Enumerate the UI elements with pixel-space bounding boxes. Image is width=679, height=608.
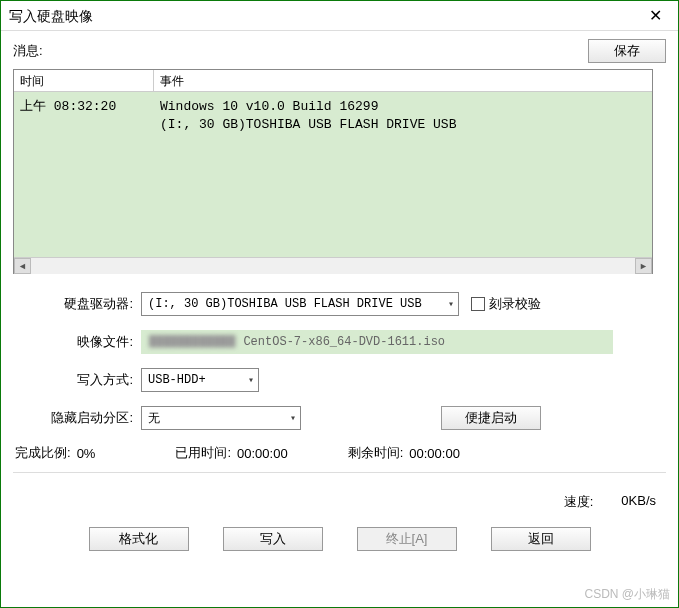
image-path-field[interactable]: ████████████ CentOS-7-x86_64-DVD-1611.is… xyxy=(141,330,613,354)
divider xyxy=(13,472,666,473)
remaining-label: 剩余时间: xyxy=(348,444,404,462)
complete-label: 完成比例: xyxy=(15,444,71,462)
write-button[interactable]: 写入 xyxy=(223,527,323,551)
dialog-content: 消息: 保存 时间 事件 上午 08:32:20 Windows 10 v10.… xyxy=(1,31,678,551)
button-bar: 格式化 写入 终止[A] 返回 xyxy=(13,527,666,551)
message-row: 消息: 保存 xyxy=(13,39,666,63)
drive-select[interactable]: (I:, 30 GB)TOSHIBA USB FLASH DRIVE USB ▾ xyxy=(141,292,459,316)
horizontal-scrollbar[interactable]: ◄ ► xyxy=(14,257,652,274)
format-button[interactable]: 格式化 xyxy=(89,527,189,551)
verify-checkbox[interactable]: 刻录校验 xyxy=(471,295,541,313)
log-event-column: Windows 10 v10.0 Build 16299 (I:, 30 GB)… xyxy=(154,96,652,257)
log-cell: Windows 10 v10.0 Build 16299 xyxy=(160,98,646,116)
write-mode-row: 写入方式: USB-HDD+ ▾ xyxy=(21,368,658,392)
log-header: 时间 事件 xyxy=(14,70,652,92)
speed-label: 速度: xyxy=(564,493,594,511)
message-label: 消息: xyxy=(13,42,43,60)
hidden-partition-label: 隐藏启动分区: xyxy=(21,409,141,427)
log-table: 时间 事件 上午 08:32:20 Windows 10 v10.0 Build… xyxy=(13,69,653,274)
chevron-down-icon: ▾ xyxy=(448,298,454,310)
close-icon[interactable]: ✕ xyxy=(640,1,670,31)
chevron-down-icon: ▾ xyxy=(248,374,254,386)
quick-boot-button[interactable]: 便捷启动 xyxy=(441,406,541,430)
write-mode-label: 写入方式: xyxy=(21,371,141,389)
progress-stats: 完成比例: 0% 已用时间: 00:00:00 剩余时间: 00:00:00 xyxy=(15,444,664,462)
elapsed-label: 已用时间: xyxy=(175,444,231,462)
title-bar: 写入硬盘映像 ✕ xyxy=(1,1,678,31)
complete-value: 0% xyxy=(77,446,96,461)
scroll-right-icon[interactable]: ► xyxy=(635,258,652,274)
drive-label: 硬盘驱动器: xyxy=(21,295,141,313)
hidden-partition-row: 隐藏启动分区: 无 ▾ 便捷启动 xyxy=(21,406,658,430)
drive-value: (I:, 30 GB)TOSHIBA USB FLASH DRIVE USB xyxy=(148,297,422,311)
log-time-column: 上午 08:32:20 xyxy=(14,96,154,257)
hidden-partition-value: 无 xyxy=(148,410,160,427)
chevron-down-icon: ▾ xyxy=(290,412,296,424)
write-mode-select[interactable]: USB-HDD+ ▾ xyxy=(141,368,259,392)
log-cell: 上午 08:32:20 xyxy=(20,98,148,116)
save-button[interactable]: 保存 xyxy=(588,39,666,63)
terminate-button: 终止[A] xyxy=(357,527,457,551)
speed-row: 速度: 0KB/s xyxy=(13,493,656,511)
checkbox-icon xyxy=(471,297,485,311)
window-title: 写入硬盘映像 xyxy=(9,1,93,31)
speed-value: 0KB/s xyxy=(621,493,656,511)
image-path-value: CentOS-7-x86_64-DVD-1611.iso xyxy=(235,335,445,349)
drive-row: 硬盘驱动器: (I:, 30 GB)TOSHIBA USB FLASH DRIV… xyxy=(21,292,658,316)
elapsed-value: 00:00:00 xyxy=(237,446,288,461)
fields-area: 硬盘驱动器: (I:, 30 GB)TOSHIBA USB FLASH DRIV… xyxy=(21,292,658,430)
write-mode-value: USB-HDD+ xyxy=(148,373,206,387)
watermark: CSDN @小琳猫 xyxy=(584,586,670,603)
image-label: 映像文件: xyxy=(21,333,141,351)
dialog-window: 写入硬盘映像 ✕ 消息: 保存 时间 事件 上午 08:32:20 Window… xyxy=(0,0,679,608)
log-cell: (I:, 30 GB)TOSHIBA USB FLASH DRIVE USB xyxy=(160,116,646,134)
hidden-partition-select[interactable]: 无 ▾ xyxy=(141,406,301,430)
log-header-time[interactable]: 时间 xyxy=(14,70,154,91)
log-body: 上午 08:32:20 Windows 10 v10.0 Build 16299… xyxy=(14,92,652,257)
back-button[interactable]: 返回 xyxy=(491,527,591,551)
image-path-prefix: ████████████ xyxy=(141,335,235,349)
scroll-left-icon[interactable]: ◄ xyxy=(14,258,31,274)
verify-label: 刻录校验 xyxy=(489,295,541,313)
log-header-event[interactable]: 事件 xyxy=(154,70,652,91)
remaining-value: 00:00:00 xyxy=(409,446,460,461)
image-row: 映像文件: ████████████ CentOS-7-x86_64-DVD-1… xyxy=(21,330,658,354)
